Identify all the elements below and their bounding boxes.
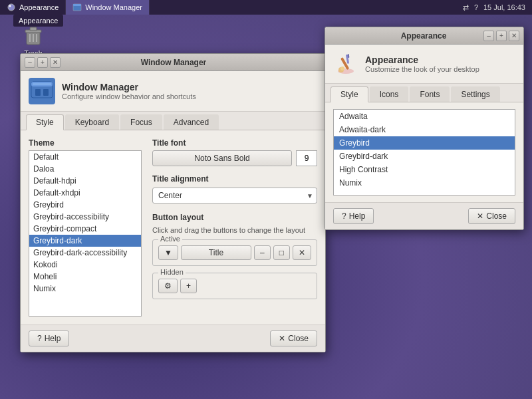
ap-tab-settings[interactable]: Settings bbox=[451, 86, 499, 102]
wm-help-btn[interactable]: ? Help bbox=[29, 331, 69, 346]
ap-header: Appearance Customize the look of your de… bbox=[325, 45, 523, 84]
wm-taskbar-icon bbox=[72, 3, 82, 12]
wm-tab-focus[interactable]: Focus bbox=[120, 114, 162, 130]
ap-theme-adwaita-dark[interactable]: Adwaita-dark bbox=[334, 123, 515, 136]
font-size-input[interactable] bbox=[296, 150, 317, 166]
ap-help-btn[interactable]: ? Help bbox=[333, 208, 374, 224]
svg-rect-14 bbox=[43, 89, 49, 96]
help-icon: ? bbox=[474, 3, 478, 11]
wm-tab-keyboard[interactable]: Keyboard bbox=[65, 114, 119, 130]
wm-theme-list[interactable]: Default Daloa Default-hdpi Default-xhdpi… bbox=[29, 150, 142, 317]
font-row: Noto Sans Bold bbox=[152, 150, 317, 166]
ap-close-icon: ✕ bbox=[477, 211, 483, 221]
appearance-taskbar-icon bbox=[7, 3, 16, 12]
taskbar-appearance-label: Appearance bbox=[19, 3, 59, 11]
wm-header-title: Window Manager bbox=[62, 82, 196, 92]
wm-title: Window Manager bbox=[61, 58, 287, 67]
theme-daloa[interactable]: Daloa bbox=[29, 163, 141, 175]
wm-close-btn-footer[interactable]: ✕ Close bbox=[270, 331, 317, 346]
theme-greybird-accessibility[interactable]: Greybird-accessibility bbox=[29, 211, 141, 223]
appearance-window: Appearance – + ✕ Appearance Customize th… bbox=[325, 27, 524, 230]
theme-greybird-dark-accessibility[interactable]: Greybird-dark-accessibility bbox=[29, 247, 141, 259]
theme-kokodi[interactable]: Kokodi bbox=[29, 259, 141, 271]
active-buttons-section: Active ▼ Title – □ ✕ bbox=[152, 239, 317, 266]
font-select-btn[interactable]: Noto Sans Bold bbox=[152, 150, 292, 166]
layout-btn-maximize[interactable]: □ bbox=[273, 245, 290, 260]
theme-greybird-dark[interactable]: Greybird-dark bbox=[29, 235, 141, 247]
active-btn-row: ▼ Title – □ ✕ bbox=[158, 245, 311, 260]
ap-theme-numix[interactable]: Numix bbox=[334, 176, 515, 190]
wm-close-btn[interactable]: ✕ bbox=[50, 57, 61, 68]
layout-btn-add[interactable]: + bbox=[180, 279, 197, 293]
title-alignment-label: Title alignment bbox=[152, 174, 317, 184]
button-layout-desc: Click and drag the buttons to change the… bbox=[152, 226, 317, 234]
ap-tab-style[interactable]: Style bbox=[331, 86, 368, 102]
wm-maximize-btn[interactable]: + bbox=[37, 57, 48, 68]
theme-greybird[interactable]: Greybird bbox=[29, 199, 141, 211]
ap-minimize-btn[interactable]: – bbox=[483, 31, 494, 41]
wm-footer: ? Help ✕ Close bbox=[21, 325, 325, 352]
hidden-section-label: Hidden bbox=[158, 268, 186, 276]
wm-window: – + ✕ Window Manager Window Manager Conf… bbox=[20, 53, 326, 352]
svg-rect-13 bbox=[35, 89, 41, 96]
taskbar-wm-label: Window Manager bbox=[85, 3, 142, 11]
taskbar-item-appearance[interactable]: Appearance bbox=[0, 0, 66, 15]
ap-close-btn[interactable]: ✕ bbox=[509, 31, 519, 41]
ap-header-text: Appearance Customize the look of your de… bbox=[365, 55, 479, 73]
ap-footer: ? Help ✕ Close bbox=[325, 202, 523, 229]
svg-point-1 bbox=[9, 5, 11, 7]
svg-rect-3 bbox=[73, 4, 81, 6]
ap-tab-icons[interactable]: Icons bbox=[370, 86, 409, 102]
svg-point-0 bbox=[8, 4, 15, 11]
ap-header-title: Appearance bbox=[365, 55, 479, 65]
layout-btn-close[interactable]: ✕ bbox=[293, 245, 311, 260]
ap-theme-adwaita[interactable]: Adwaita bbox=[334, 110, 515, 123]
trash-icon bbox=[21, 23, 45, 47]
taskbar-left: Appearance Window Manager bbox=[0, 0, 150, 15]
theme-default-hdpi[interactable]: Default-hdpi bbox=[29, 175, 141, 187]
wm-columns: Theme Default Daloa Default-hdpi Default… bbox=[29, 138, 317, 317]
ap-theme-high-contrast[interactable]: High Contrast bbox=[334, 163, 515, 176]
button-layout-label: Button layout bbox=[152, 213, 317, 222]
theme-default-xhdpi[interactable]: Default-xhdpi bbox=[29, 187, 141, 199]
ap-header-subtitle: Customize the look of your desktop bbox=[365, 65, 479, 73]
ap-theme-list[interactable]: Adwaita Adwaita-dark Greybird Greybird-d… bbox=[333, 109, 515, 196]
wm-header: Window Manager Configure window behavior… bbox=[21, 71, 325, 112]
ap-maximize-btn[interactable]: + bbox=[496, 31, 507, 41]
alignment-select-row: Center Left Right ▼ bbox=[152, 188, 317, 203]
alignment-select[interactable]: Center Left Right bbox=[152, 188, 317, 203]
layout-btn-title[interactable]: Title bbox=[181, 245, 251, 260]
wm-titlebar: – + ✕ Window Manager bbox=[21, 54, 325, 71]
theme-greybird-compact[interactable]: Greybird-compact bbox=[29, 223, 141, 235]
wm-minimize-btn[interactable]: – bbox=[25, 57, 35, 68]
theme-default[interactable]: Default bbox=[29, 151, 141, 163]
svg-rect-12 bbox=[33, 83, 51, 85]
layout-btn-settings[interactable]: ⚙ bbox=[158, 279, 178, 293]
title-font-label: Title font bbox=[152, 138, 317, 148]
ap-help-icon: ? bbox=[342, 211, 346, 221]
svg-point-18 bbox=[340, 66, 344, 70]
hidden-btn-row: ⚙ + bbox=[158, 279, 311, 293]
wm-header-icon bbox=[29, 78, 55, 104]
ap-theme-greybird-dark[interactable]: Greybird-dark bbox=[334, 150, 515, 163]
layout-btn-minimize[interactable]: – bbox=[254, 245, 271, 260]
wm-tab-advanced[interactable]: Advanced bbox=[164, 114, 219, 130]
ap-tab-fonts[interactable]: Fonts bbox=[410, 86, 450, 102]
help-icon-btn: ? bbox=[37, 334, 42, 343]
wm-content: Theme Default Daloa Default-hdpi Default… bbox=[21, 130, 325, 325]
ap-theme-greybird[interactable]: Greybird bbox=[334, 136, 515, 150]
ap-header-icon bbox=[333, 51, 358, 76]
layout-btn-arrow[interactable]: ▼ bbox=[158, 245, 178, 260]
desktop-icon-trash[interactable]: Trash bbox=[13, 23, 53, 57]
theme-moheli[interactable]: Moheli bbox=[29, 271, 141, 283]
taskbar: Appearance Window Manager ⇄ ? 15 Jul, 16… bbox=[0, 0, 532, 15]
wm-window-controls[interactable]: – + ✕ bbox=[25, 57, 61, 68]
theme-numix[interactable]: Numix bbox=[29, 283, 141, 295]
hidden-buttons-section: Hidden ⚙ + bbox=[152, 273, 317, 299]
taskbar-item-wm[interactable]: Window Manager bbox=[66, 0, 150, 15]
theme-label: Theme bbox=[29, 138, 142, 148]
ap-window-controls[interactable]: – + ✕ bbox=[483, 31, 519, 41]
wm-tab-style[interactable]: Style bbox=[26, 114, 64, 130]
ap-close-btn-footer[interactable]: ✕ Close bbox=[468, 208, 515, 224]
theme-column: Theme Default Daloa Default-hdpi Default… bbox=[29, 138, 142, 317]
